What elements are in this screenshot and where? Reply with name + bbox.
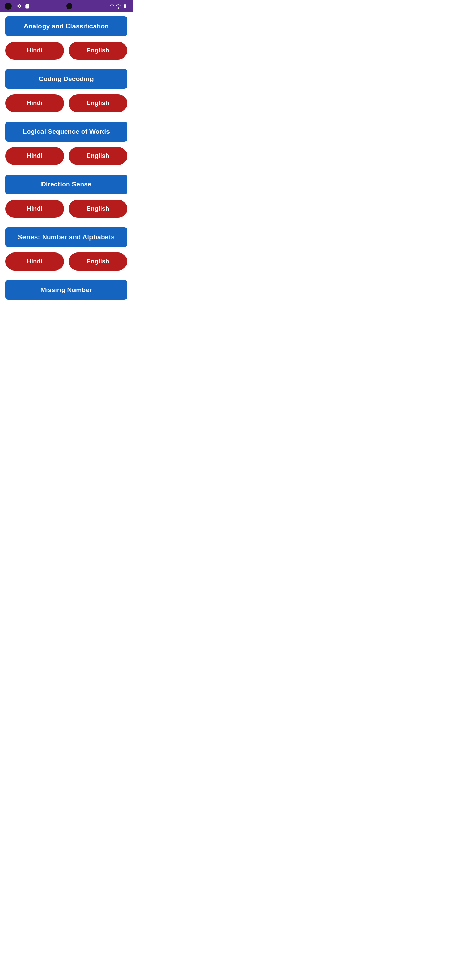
topic-section-direction-sense: Direction SenseHindiEnglish	[5, 175, 127, 218]
button-row-coding-decoding: HindiEnglish	[5, 94, 127, 112]
signal-icon	[116, 4, 121, 8]
main-content: Analogy and ClassificationHindiEnglishCo…	[0, 12, 133, 319]
battery-icon	[122, 4, 128, 8]
english-button-direction-sense[interactable]: English	[69, 200, 127, 218]
button-row-logical-sequence: HindiEnglish	[5, 147, 127, 165]
hindi-button-direction-sense[interactable]: Hindi	[5, 200, 64, 218]
topic-section-series-number-alphabets: Series: Number and AlphabetsHindiEnglish	[5, 227, 127, 270]
topic-title-series-number-alphabets: Series: Number and Alphabets	[18, 234, 114, 240]
topic-title-analogy-classification: Analogy and Classification	[24, 22, 109, 30]
topic-header-series-number-alphabets: Series: Number and Alphabets	[5, 227, 127, 247]
topic-header-direction-sense: Direction Sense	[5, 175, 127, 194]
english-button-series-number-alphabets[interactable]: English	[69, 253, 127, 270]
status-bar-center	[66, 3, 73, 9]
english-button-logical-sequence[interactable]: English	[69, 147, 127, 165]
wifi-icon	[109, 4, 114, 8]
status-bar-right-icons	[109, 4, 128, 8]
status-bar	[0, 0, 133, 12]
topic-section-coding-decoding: Coding DecodingHindiEnglish	[5, 69, 127, 112]
topic-section-missing-number: Missing Number	[5, 280, 127, 305]
hindi-button-coding-decoding[interactable]: Hindi	[5, 94, 64, 112]
topic-section-analogy-classification: Analogy and ClassificationHindiEnglish	[5, 16, 127, 60]
topic-title-coding-decoding: Coding Decoding	[39, 75, 94, 82]
button-row-direction-sense: HindiEnglish	[5, 200, 127, 218]
hindi-button-logical-sequence[interactable]: Hindi	[5, 147, 64, 165]
hindi-button-series-number-alphabets[interactable]: Hindi	[5, 253, 64, 270]
topic-title-missing-number: Missing Number	[40, 286, 92, 293]
topic-header-missing-number: Missing Number	[5, 280, 127, 300]
settings-icon	[17, 4, 22, 8]
sim-icon	[24, 4, 29, 8]
hindi-button-analogy-classification[interactable]: Hindi	[5, 41, 64, 60]
status-bar-left	[5, 3, 29, 10]
topic-title-logical-sequence: Logical Sequence of Words	[23, 128, 110, 135]
topic-title-direction-sense: Direction Sense	[41, 181, 92, 188]
topic-section-logical-sequence: Logical Sequence of WordsHindiEnglish	[5, 122, 127, 165]
topic-header-logical-sequence: Logical Sequence of Words	[5, 122, 127, 142]
topic-header-coding-decoding: Coding Decoding	[5, 69, 127, 89]
status-bar-circle	[5, 3, 11, 10]
camera-cutout	[66, 3, 73, 9]
english-button-coding-decoding[interactable]: English	[69, 94, 127, 112]
topic-header-analogy-classification: Analogy and Classification	[5, 16, 127, 36]
button-row-series-number-alphabets: HindiEnglish	[5, 253, 127, 270]
english-button-analogy-classification[interactable]: English	[69, 41, 127, 60]
button-row-analogy-classification: HindiEnglish	[5, 41, 127, 60]
